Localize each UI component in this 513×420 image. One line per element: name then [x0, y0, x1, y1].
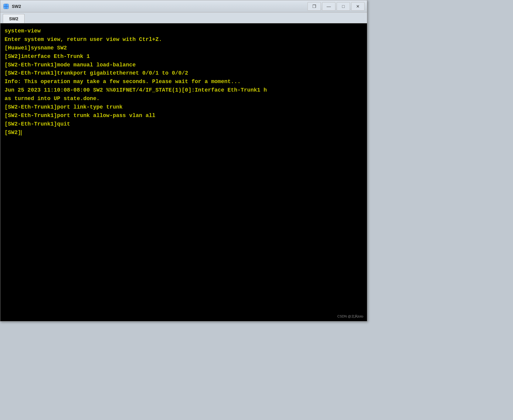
tab-bar: SW2 — [0, 12, 367, 23]
main-window: SW2 ❐ — □ ✕ SW2 system-view Enter system… — [0, 0, 367, 321]
svg-rect-3 — [4, 7, 6, 9]
close-button[interactable]: ✕ — [351, 2, 365, 11]
title-bar: SW2 ❐ — □ ✕ — [0, 0, 367, 12]
svg-rect-2 — [6, 4, 8, 6]
minimize-button[interactable]: — — [322, 2, 335, 11]
terminal-cursor — [21, 130, 22, 136]
title-bar-left: SW2 — [3, 3, 21, 10]
watermark: CSDN @北风toto — [337, 314, 363, 319]
terminal-area[interactable]: system-view Enter system view, return us… — [0, 23, 367, 321]
terminal-content: system-view Enter system view, return us… — [5, 27, 363, 137]
svg-rect-1 — [4, 4, 6, 6]
tab-sw2[interactable]: SW2 — [3, 14, 25, 23]
svg-rect-4 — [6, 7, 8, 9]
app-icon — [3, 3, 9, 10]
title-bar-buttons: ❐ — □ ✕ — [307, 2, 365, 11]
maximize-button[interactable]: □ — [337, 2, 350, 11]
window-title: SW2 — [12, 4, 21, 9]
restore-button[interactable]: ❐ — [307, 2, 321, 11]
